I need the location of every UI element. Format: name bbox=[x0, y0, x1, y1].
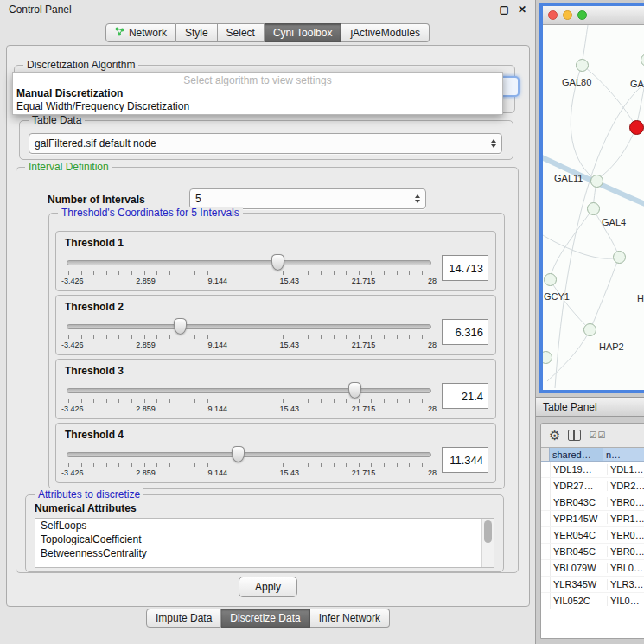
zoom-button[interactable] bbox=[577, 10, 587, 20]
columns-icon[interactable] bbox=[568, 430, 581, 441]
table-row[interactable]: YIL052CYIL0… bbox=[541, 593, 644, 609]
combo-arrows-icon bbox=[410, 194, 420, 203]
network-canvas[interactable]: GAL80GA…GAL11GAL4GCY1H…HAP2 bbox=[543, 25, 644, 390]
threshold-row: -3.4262.8599.14415.4321.7152811.344 bbox=[65, 444, 488, 481]
minimize-button[interactable] bbox=[563, 10, 572, 20]
popup-item[interactable]: Equal Width/Frequency Discretization bbox=[13, 100, 502, 113]
network-node[interactable] bbox=[590, 175, 603, 188]
tab-label: Network bbox=[129, 27, 167, 39]
attributes-list: SelfLoopsTopologicalCoefficientBetweenne… bbox=[35, 519, 494, 560]
scale-tick-label: 9.144 bbox=[207, 469, 227, 477]
threshold-slider[interactable]: -3.4262.8599.14415.4321.71528 bbox=[67, 380, 431, 417]
table-row[interactable]: YBR045CYBR0… bbox=[541, 544, 644, 560]
tab-discretize-data[interactable]: Discretize Data bbox=[221, 609, 309, 628]
column-header-name[interactable]: n… bbox=[603, 447, 644, 462]
table-row[interactable]: YLR345WYLR3… bbox=[541, 577, 644, 593]
tab-label: Style bbox=[185, 27, 208, 39]
slider-thumb[interactable] bbox=[174, 318, 187, 335]
node-label: HAP2 bbox=[599, 341, 624, 352]
scale-tick-label: 15.43 bbox=[280, 341, 300, 349]
name-cell: YDR2… bbox=[608, 481, 644, 491]
scale-tick-label: 28 bbox=[428, 405, 437, 413]
shared-name-cell: YDR27… bbox=[551, 481, 608, 491]
table-row[interactable]: YDL19…YDL1… bbox=[541, 462, 644, 478]
threshold-value-field[interactable]: 11.344 bbox=[442, 447, 488, 473]
scale-tick-label: 15.43 bbox=[280, 469, 300, 477]
float-window-icon[interactable]: ▢ bbox=[500, 3, 509, 16]
algorithm-popup: Select algorithm to view settings Manual… bbox=[12, 72, 503, 115]
attribute-list-item[interactable]: BetweennessCentrality bbox=[35, 546, 494, 560]
settings-gear-icon[interactable]: ⚙ bbox=[549, 429, 560, 442]
close-button[interactable] bbox=[548, 10, 558, 20]
tab-style[interactable]: Style bbox=[176, 23, 218, 42]
list-scrollbar[interactable] bbox=[481, 519, 494, 567]
scale-tick-label: 15.43 bbox=[280, 405, 300, 413]
slider-thumb[interactable] bbox=[271, 254, 284, 271]
tab-label: Impute Data bbox=[156, 612, 212, 624]
tab-select[interactable]: Select bbox=[218, 23, 265, 42]
tab-cyni-toolbox[interactable]: Cyni Toolbox bbox=[265, 23, 341, 42]
tab-impute-data[interactable]: Impute Data bbox=[146, 609, 221, 628]
table-panel-titlebar: Table Panel bbox=[536, 397, 644, 417]
scale-tick-label: 28 bbox=[428, 341, 437, 349]
attributes-listbox[interactable]: SelfLoopsTopologicalCoefficientBetweenne… bbox=[35, 518, 494, 568]
table-row[interactable]: YBR043CYBR0… bbox=[541, 494, 644, 511]
row-handle-cell bbox=[541, 462, 551, 477]
table-panel-window: ⚙ ☑☑ shared… n… YDL19…YDL1…YDR27…YDR2…YB… bbox=[540, 423, 644, 639]
threshold-value-field[interactable]: 14.713 bbox=[442, 255, 488, 281]
shared-name-cell: YER054C bbox=[551, 530, 608, 540]
network-node[interactable] bbox=[613, 251, 626, 264]
row-handle-cell bbox=[541, 593, 551, 609]
scale-tick-label: 21.715 bbox=[352, 405, 376, 413]
threshold-slider[interactable]: -3.4262.8599.14415.4321.71528 bbox=[67, 252, 431, 289]
network-node[interactable] bbox=[587, 202, 600, 215]
threshold-box: Threshold 1-3.4262.8599.14415.4321.71528… bbox=[55, 231, 496, 291]
threshold-slider[interactable]: -3.4262.8599.14415.4321.71528 bbox=[67, 444, 431, 481]
network-node[interactable] bbox=[539, 351, 552, 364]
slider-ticks bbox=[68, 463, 430, 467]
tab-label: Select bbox=[226, 27, 255, 39]
threshold-slider[interactable]: -3.4262.8599.14415.4321.71528 bbox=[67, 316, 431, 353]
network-node[interactable] bbox=[576, 59, 589, 72]
table-row[interactable]: YER054CYER0… bbox=[541, 527, 644, 544]
attribute-list-item[interactable]: TopologicalCoefficient bbox=[35, 532, 494, 546]
slider-thumb[interactable] bbox=[348, 382, 361, 399]
threshold-value-field[interactable]: 6.316 bbox=[442, 319, 488, 345]
table-row[interactable]: YPR145WYPR1… bbox=[541, 511, 644, 527]
scale-tick-label: -3.426 bbox=[61, 405, 84, 413]
node-table-body[interactable]: YDL19…YDL1…YDR27…YDR2…YBR043CYBR0…YPR145… bbox=[541, 462, 644, 638]
slider-track bbox=[67, 452, 431, 457]
scale-tick-label: 28 bbox=[428, 469, 437, 477]
tab-jactivemodules[interactable]: jActiveModules bbox=[341, 23, 430, 42]
attribute-list-item[interactable]: SelfLoops bbox=[35, 519, 494, 532]
column-header-shared-name[interactable]: shared… bbox=[550, 447, 603, 462]
close-panel-icon[interactable]: ✕ bbox=[518, 3, 526, 16]
table-row[interactable]: YDR27…YDR2… bbox=[541, 478, 644, 494]
threshold-row: -3.4262.8599.14415.4321.7152821.4 bbox=[65, 380, 488, 417]
threshold-value-field[interactable]: 21.4 bbox=[442, 383, 488, 409]
shared-name-cell: YBL079W bbox=[551, 563, 608, 573]
slider-scale-labels: -3.4262.8599.14415.4321.71528 bbox=[61, 341, 437, 349]
popup-item[interactable]: Manual Discretization bbox=[13, 87, 502, 100]
scale-tick-label: 9.144 bbox=[207, 341, 227, 349]
tab-network[interactable]: Network bbox=[105, 23, 176, 42]
scrollbar-thumb[interactable] bbox=[484, 520, 492, 543]
scale-tick-label: 2.859 bbox=[136, 277, 156, 285]
name-cell: YPR1… bbox=[608, 513, 644, 524]
tab-infer-network[interactable]: Infer Network bbox=[310, 609, 390, 628]
apply-button[interactable]: Apply bbox=[239, 577, 297, 597]
table-row[interactable]: YBL079WYBL0… bbox=[541, 560, 644, 577]
network-node[interactable] bbox=[583, 323, 596, 336]
checkbox-icons[interactable]: ☑☑ bbox=[589, 430, 606, 440]
group-label: Attributes to discretize bbox=[35, 488, 143, 501]
network-node[interactable] bbox=[544, 273, 557, 286]
group-label: Discretization Algorithm bbox=[23, 59, 138, 71]
name-cell: YIL0… bbox=[608, 596, 644, 606]
network-node-selected[interactable] bbox=[629, 120, 644, 135]
panel-title: Control Panel bbox=[9, 3, 72, 16]
slider-scale-labels: -3.4262.8599.14415.4321.71528 bbox=[61, 405, 437, 413]
control-panel: Control Panel ▢ ✕ NetworkStyleSelectCyni… bbox=[0, 0, 536, 644]
slider-thumb[interactable] bbox=[232, 446, 245, 462]
name-cell: YBL0… bbox=[608, 563, 644, 573]
table-data-combobox[interactable]: galFiltered.sif default node bbox=[29, 133, 502, 154]
